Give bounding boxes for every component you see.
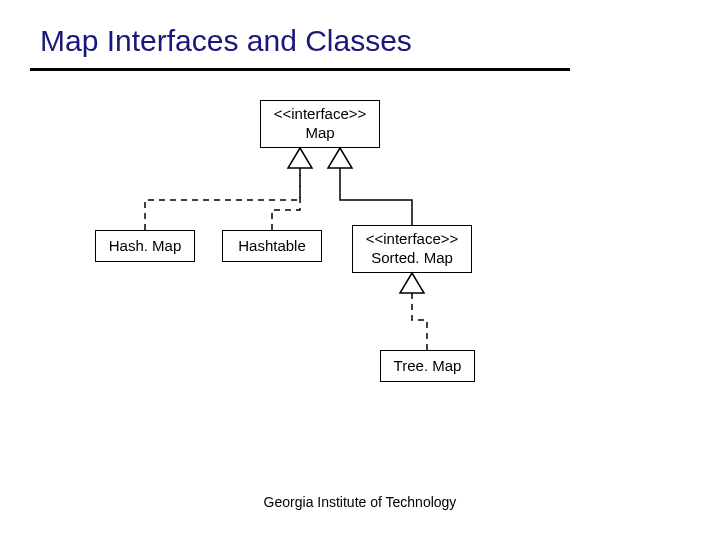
node-hashmap-name: Hash. Map [102,237,188,256]
node-map: <<interface>> Map [260,100,380,148]
title-underline [30,68,570,71]
node-map-stereo: <<interface>> [267,105,373,124]
node-sortedmap: <<interface>> Sorted. Map [352,225,472,273]
node-hashtable-name: Hashtable [229,237,315,256]
node-treemap: Tree. Map [380,350,475,382]
svg-marker-1 [328,148,352,168]
svg-marker-0 [288,148,312,168]
node-sortedmap-name: Sorted. Map [359,249,465,268]
node-treemap-name: Tree. Map [387,357,468,376]
node-hashtable: Hashtable [222,230,322,262]
node-map-name: Map [267,124,373,143]
node-hashmap: Hash. Map [95,230,195,262]
svg-marker-2 [400,273,424,293]
node-sortedmap-stereo: <<interface>> [359,230,465,249]
footer-text: Georgia Institute of Technology [0,494,720,510]
page-title: Map Interfaces and Classes [40,24,412,58]
